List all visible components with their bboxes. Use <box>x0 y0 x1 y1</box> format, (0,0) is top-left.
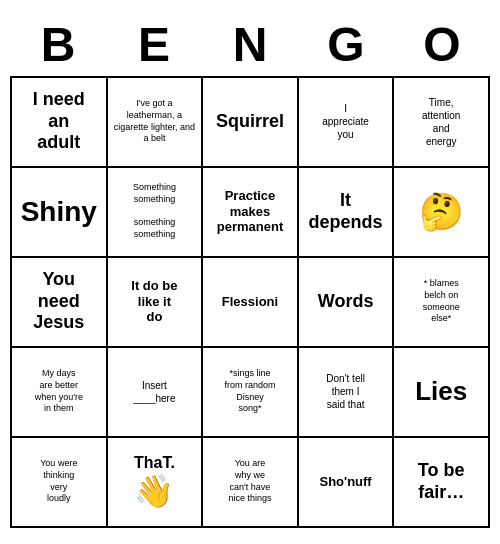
cell-r4c1: ThaT. 👋 <box>108 438 204 528</box>
bingo-card: B E N G O I needanadult I've got a leath… <box>5 12 495 533</box>
cell-r4c0: You werethinkingveryloudly <box>12 438 108 528</box>
bingo-grid: I needanadult I've got a leatherman, a c… <box>10 76 490 528</box>
cell-r2c2: Flessioni <box>203 258 299 348</box>
cell-r1c3: Itdepends <box>299 168 395 258</box>
cell-r4c2: You arewhy wecan't havenice things <box>203 438 299 528</box>
cell-r1c4: 🤔 <box>394 168 490 258</box>
letter-g: G <box>298 17 394 72</box>
bingo-title: B E N G O <box>10 17 490 72</box>
cell-r4c4: To befair… <box>394 438 490 528</box>
cell-r4c3: Sho'nuff <box>299 438 395 528</box>
cell-r3c3: Don't tellthem Isaid that <box>299 348 395 438</box>
cell-r1c2: Practicemakespermanent <box>203 168 299 258</box>
cell-r0c4: Time,attentionandenergy <box>394 78 490 168</box>
cell-r3c0: My daysare betterwhen you'rein them <box>12 348 108 438</box>
cell-r3c1: Insert____here <box>108 348 204 438</box>
cell-r2c4: * blamesbelch onsomeoneelse* <box>394 258 490 348</box>
letter-n: N <box>202 17 298 72</box>
cell-r2c1: It do belike itdo <box>108 258 204 348</box>
cell-r1c1: Somethingsomethingsomethingsomething <box>108 168 204 258</box>
letter-o: O <box>394 17 490 72</box>
cell-r0c0: I needanadult <box>12 78 108 168</box>
cell-r2c3: Words <box>299 258 395 348</box>
cell-r3c4: Lies <box>394 348 490 438</box>
cell-r3c2: *sings linefrom randomDisneysong* <box>203 348 299 438</box>
cell-r0c2: Squirrel <box>203 78 299 168</box>
cell-r0c3: Iappreciateyou <box>299 78 395 168</box>
letter-e: E <box>106 17 202 72</box>
letter-b: B <box>10 17 106 72</box>
cell-r1c0: Shiny <box>12 168 108 258</box>
cell-r2c0: YouneedJesus <box>12 258 108 348</box>
cell-r0c1: I've got a leatherman, a cigarette light… <box>108 78 204 168</box>
